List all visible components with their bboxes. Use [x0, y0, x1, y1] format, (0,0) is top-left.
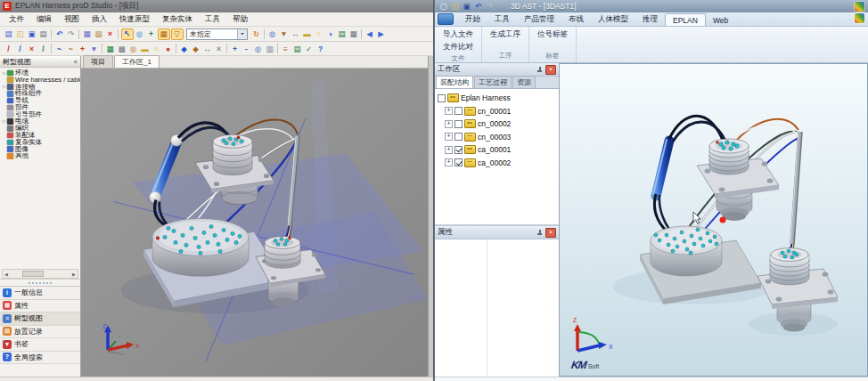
- pin-place-icon[interactable]: ●: [163, 44, 174, 54]
- note-icon[interactable]: ▬: [302, 28, 313, 39]
- menu-complex-solid[interactable]: 复杂实体: [156, 14, 199, 25]
- tree-item-assemblies[interactable]: 装配体: [0, 132, 80, 139]
- tree-item-connectors[interactable]: ▷连接物: [0, 84, 80, 91]
- delete-icon[interactable]: ×: [105, 28, 116, 39]
- close-icon[interactable]: ×: [545, 65, 556, 75]
- right-3d-scene[interactable]: Z X: [560, 64, 867, 376]
- open-project-icon[interactable]: ◰: [15, 28, 26, 39]
- panel-splitter[interactable]: [0, 279, 80, 286]
- bulb-icon[interactable]: ○: [151, 44, 162, 54]
- tree-view-panel-header[interactable]: 树型视图 «: [0, 56, 80, 68]
- wire-edit-icon[interactable]: /: [15, 44, 26, 54]
- zoom-out-icon[interactable]: -: [242, 44, 252, 54]
- splice-icon[interactable]: +: [78, 44, 88, 54]
- tree-item-cn-00001[interactable]: cn_00001: [438, 105, 559, 118]
- search-icon[interactable]: ◎: [267, 28, 278, 39]
- left-3d-scene[interactable]: Z X Y: [81, 69, 428, 377]
- check-icon[interactable]: ✓: [304, 44, 315, 54]
- refresh-icon[interactable]: ↻: [251, 28, 262, 39]
- render-icon[interactable]: ◑: [325, 28, 336, 39]
- chevron-down-icon[interactable]: [237, 29, 247, 39]
- wire-draw-icon[interactable]: /: [4, 44, 14, 54]
- close-icon[interactable]: ×: [545, 228, 556, 238]
- new-project-icon[interactable]: ▤: [4, 28, 14, 39]
- scrollbar-thumb[interactable]: [22, 271, 44, 277]
- tree-item-cables[interactable]: ▷电缆: [0, 118, 80, 126]
- cut-icon[interactable]: ×: [214, 44, 225, 54]
- nav-global-search[interactable]: ?全局搜索: [0, 352, 80, 365]
- grid-icon[interactable]: ▦: [348, 28, 359, 39]
- tree-item-guiding-parts[interactable]: 引导部件: [0, 111, 80, 118]
- dimension-icon[interactable]: ↔: [291, 28, 301, 39]
- checkbox[interactable]: [454, 120, 463, 128]
- tab-process[interactable]: 工艺过程: [474, 76, 512, 88]
- expand-plus-icon[interactable]: [445, 107, 453, 115]
- checkbox[interactable]: [454, 133, 463, 141]
- tab-product-management[interactable]: 产品管理: [517, 12, 561, 26]
- checkbox[interactable]: [454, 146, 463, 154]
- cable-icon[interactable]: ◆: [191, 44, 201, 54]
- braid-icon[interactable]: ▩: [117, 44, 127, 54]
- bundle-route-icon[interactable]: ~: [54, 44, 65, 54]
- tree-item-others[interactable]: 其他: [0, 153, 80, 160]
- tree-item-wires[interactable]: 导线: [0, 97, 80, 104]
- report-icon[interactable]: ▤: [292, 44, 303, 54]
- import-file-button[interactable]: 导入文件: [440, 28, 476, 41]
- application-button[interactable]: [438, 13, 454, 25]
- tab-reasoning[interactable]: 推理: [635, 12, 665, 26]
- tab-web[interactable]: Web: [706, 14, 735, 26]
- checkbox[interactable]: [454, 158, 463, 166]
- tree-item-ca-00001[interactable]: ca_00001: [438, 143, 559, 157]
- measure-icon[interactable]: ↔: [202, 44, 213, 54]
- file-compare-button[interactable]: 文件比对: [440, 41, 476, 53]
- place-part-icon[interactable]: ▼: [279, 28, 290, 39]
- menu-file[interactable]: 文件: [3, 14, 30, 25]
- tab-assembly-structure[interactable]: 装配结构: [436, 76, 473, 88]
- tree-item-cn-00003[interactable]: cn_00003: [438, 131, 559, 144]
- checkbox[interactable]: [438, 94, 446, 102]
- paste-icon[interactable]: ▧: [94, 28, 104, 39]
- colorful-shortcut-icon[interactable]: [855, 2, 864, 12]
- open-file-icon[interactable]: ◰: [450, 1, 461, 12]
- tab-project[interactable]: 项目: [83, 55, 113, 68]
- nav-placement-record[interactable]: ▤放置记录: [0, 326, 80, 339]
- checkbox[interactable]: [454, 107, 463, 115]
- menu-view[interactable]: 视图: [58, 14, 86, 25]
- connector-place-icon[interactable]: ▼: [89, 44, 100, 54]
- expand-plus-icon[interactable]: [445, 120, 453, 128]
- expand-plus-icon[interactable]: [445, 158, 453, 166]
- tree-item-ca-00002[interactable]: ca_00002: [438, 157, 559, 170]
- route-mode-icon[interactable]: ▦: [158, 28, 170, 40]
- pen-icon[interactable]: /: [38, 44, 49, 54]
- bundle-icon[interactable]: ◆: [179, 44, 190, 54]
- properties-panel-header[interactable]: 属性 ×: [435, 226, 559, 239]
- reference-designator-combo[interactable]: 未指定: [186, 28, 248, 40]
- undo-icon[interactable]: ↶: [54, 28, 65, 39]
- nav-tree-view[interactable]: ≡树型视图: [0, 312, 80, 326]
- workspace-panel-header[interactable]: 工作区 ×: [435, 63, 559, 77]
- properties-grid[interactable]: [435, 239, 559, 377]
- new-file-icon[interactable]: ▢: [438, 1, 449, 12]
- redo-icon[interactable]: ↷: [485, 1, 495, 12]
- tree-item-images[interactable]: 图像: [0, 146, 80, 153]
- layers-icon[interactable]: ▤: [337, 28, 348, 39]
- view-cube-icon[interactable]: ▥: [265, 44, 275, 54]
- right-titlebar[interactable]: ▢◰▣↶↷ 3D AST - [3DAST1]: [435, 0, 868, 12]
- tree-item-braiding[interactable]: 编织: [0, 125, 80, 132]
- tab-tools[interactable]: 工具: [487, 12, 517, 26]
- pin-icon[interactable]: [536, 230, 543, 236]
- tree-item-special-components[interactable]: 特殊组件: [0, 90, 80, 97]
- zoom-fit-icon[interactable]: ◎: [253, 44, 264, 54]
- left-3d-viewport[interactable]: Z X Y: [81, 69, 428, 377]
- nav-properties[interactable]: ▦属性: [0, 300, 80, 313]
- label-icon[interactable]: ▬: [140, 44, 151, 54]
- tree-root-eplan-harness[interactable]: Eplan Harness: [438, 92, 559, 105]
- next-view-icon[interactable]: ▶: [376, 28, 387, 39]
- generate-process-button[interactable]: 生成工序: [487, 28, 523, 41]
- tab-human-model[interactable]: 人体模型: [591, 12, 635, 26]
- display-filter-icon[interactable]: ▽: [171, 28, 184, 40]
- nav-general-info[interactable]: i一般信息: [0, 287, 80, 300]
- colorful-shortcut-icon[interactable]: [855, 13, 864, 23]
- bundle-edit-icon[interactable]: ~: [66, 44, 77, 54]
- redo-icon[interactable]: ↷: [66, 28, 77, 39]
